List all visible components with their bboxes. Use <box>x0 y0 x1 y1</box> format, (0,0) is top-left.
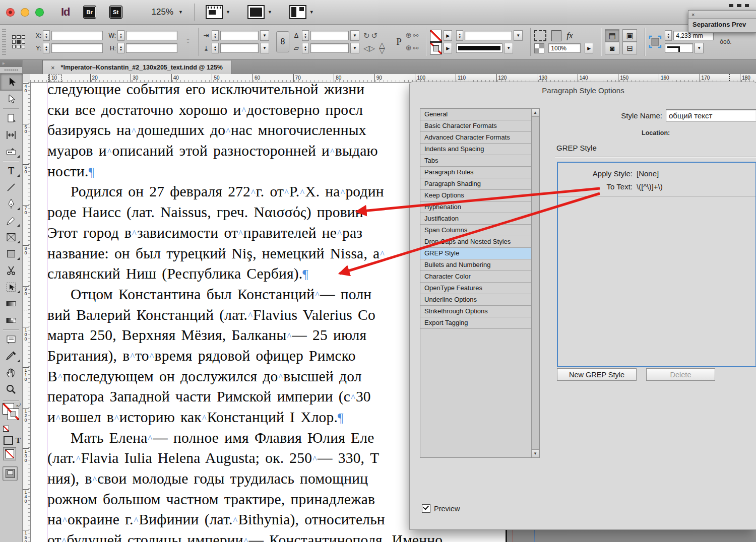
opacity-field[interactable]: 100% <box>548 43 581 53</box>
dialog-list-item-opentype-features[interactable]: OpenType Features <box>420 283 532 294</box>
window-zoom-button[interactable] <box>35 8 44 17</box>
formatting-affects-text-icon[interactable]: T <box>16 436 21 445</box>
gradient-swatch-tool[interactable] <box>0 295 22 312</box>
dialog-list-item-underline-options[interactable]: Underline Options <box>420 294 532 306</box>
dialog-list-item-general[interactable]: General <box>420 109 532 120</box>
dialog-list-item-export-tagging[interactable]: Export Tagging <box>420 317 532 329</box>
select-next-icon[interactable]: ⚯ <box>413 44 418 52</box>
rectangle-tool[interactable] <box>0 245 22 262</box>
baseline-grid-icon[interactable]: ὄοὄ. <box>720 38 731 45</box>
stroke-none-swatch[interactable] <box>430 42 442 54</box>
chevron-down-icon[interactable]: ▼ <box>260 30 269 41</box>
dialog-list-item-indents-and-spacing[interactable]: Indents and Spacing <box>420 144 532 155</box>
hand-tool[interactable] <box>0 364 22 381</box>
flip-vertical-icon[interactable]: ◁▷ <box>378 42 387 54</box>
scale-y-field[interactable] <box>220 43 259 53</box>
frame-tool[interactable] <box>0 229 22 245</box>
dialog-list-item-basic-character-formats[interactable]: Basic Character Formats <box>420 120 532 132</box>
rotate-cw-icon[interactable]: ↻ <box>363 31 370 40</box>
document-tab[interactable]: × *Imperator–Konstantin_#2_130x205_text.… <box>42 60 231 75</box>
shear-field[interactable] <box>310 43 349 53</box>
chevron-down-icon[interactable]: ▼ <box>514 30 523 41</box>
constrain-dimensions-icon[interactable]: ⸚ <box>183 32 193 52</box>
bridge-button[interactable]: Br <box>83 6 96 19</box>
new-grep-style-button[interactable]: New GREP Style <box>557 368 637 381</box>
panel-grip[interactable] <box>0 67 22 73</box>
flip-horizontal-icon[interactable]: ◁▷ <box>363 44 375 53</box>
preview-checkbox[interactable] <box>422 504 430 513</box>
pencil-tool[interactable] <box>0 212 22 229</box>
stroke-flyout-icon[interactable]: ▶ <box>444 43 452 53</box>
default-fill-stroke-icon[interactable] <box>3 426 9 432</box>
scale-x-field[interactable] <box>220 31 259 40</box>
reference-point-proxy[interactable] <box>12 35 25 48</box>
line-tool[interactable] <box>0 179 22 195</box>
frame-fitting-icon[interactable] <box>649 35 662 48</box>
type-tool[interactable]: T <box>0 162 22 179</box>
corner-style-field[interactable] <box>665 43 693 53</box>
scissors-tool[interactable] <box>0 262 22 279</box>
panel-grip[interactable] <box>2 29 6 55</box>
vertical-justify-icon[interactable]: ⊟ <box>622 42 637 54</box>
w-stepper[interactable]: ▲▼ <box>117 30 124 41</box>
scroll-down-icon[interactable]: ▼ <box>532 449 539 457</box>
opacity-checker-icon[interactable] <box>534 43 544 53</box>
scale-y-stepper[interactable]: ▲▼ <box>212 43 219 53</box>
baseline-stepper[interactable]: ▲▼ <box>665 30 672 41</box>
h-field[interactable] <box>126 43 177 53</box>
chevron-down-icon[interactable]: ▼ <box>350 43 359 53</box>
swap-fill-stroke-icon[interactable]: ⤾ <box>17 402 21 408</box>
page-tool[interactable] <box>0 110 22 126</box>
panel-collapse-icon[interactable]: » <box>0 59 22 67</box>
text-wrap-icon[interactable]: ◙ <box>605 42 619 54</box>
select-container-icon[interactable]: ♼ <box>406 32 412 39</box>
window-minimize-button[interactable] <box>21 8 29 17</box>
fill-none-swatch[interactable] <box>430 30 442 42</box>
eyedropper-tool[interactable] <box>0 348 22 364</box>
dialog-list-item-hyphenation[interactable]: Hyphenation <box>420 201 532 213</box>
dialog-list-item-tabs[interactable]: Tabs <box>420 155 532 167</box>
object-style-icon[interactable] <box>551 30 561 41</box>
dialog-list-item-advanced-character-formats[interactable]: Advanced Character Formats <box>420 132 532 144</box>
select-previous-icon[interactable]: ♼ <box>406 44 412 52</box>
y-stepper[interactable]: ▲▼ <box>43 43 50 53</box>
dialog-list-item-justification[interactable]: Justification <box>420 213 532 225</box>
chevron-down-icon[interactable]: ▼ <box>504 43 513 53</box>
zoom-tool[interactable] <box>0 381 22 397</box>
window-close-button[interactable] <box>6 8 15 17</box>
scroll-up-icon[interactable]: ▲ <box>532 109 539 117</box>
apply-style-value[interactable]: [None] <box>637 169 659 178</box>
style-name-input[interactable]: общий текст <box>666 109 756 121</box>
list-scrollbar[interactable]: ▲ ▼ <box>531 109 539 457</box>
x-stepper[interactable]: ▲▼ <box>43 30 50 41</box>
chevron-down-icon[interactable]: ▼ <box>695 43 704 53</box>
dialog-list-item-bullets-and-numbering[interactable]: Bullets and Numbering <box>420 259 532 271</box>
tab-close-icon[interactable]: × <box>51 64 55 72</box>
zoom-level-dropdown[interactable]: 125% ▼ <box>152 7 183 17</box>
corner-options-icon[interactable] <box>534 30 546 41</box>
stock-button[interactable]: St <box>109 6 122 19</box>
y-field[interactable] <box>51 43 103 53</box>
dialog-list-item-paragraph-shading[interactable]: Paragraph Shading <box>420 178 532 190</box>
dialog-list-item-character-color[interactable]: Character Color <box>420 271 532 283</box>
x-field[interactable] <box>51 31 103 40</box>
view-options-dropdown[interactable]: ▼ <box>206 5 230 19</box>
shear-stepper[interactable]: ▲▼ <box>302 43 309 53</box>
panel-close-icon[interactable]: × <box>691 12 695 18</box>
h-stepper[interactable]: ▲▼ <box>117 43 124 53</box>
free-transform-tool[interactable] <box>0 279 22 295</box>
text-columns-icon[interactable]: ▤ <box>605 29 619 42</box>
dialog-list-item-strikethrough-options[interactable]: Strikethrough Options <box>420 306 532 317</box>
formatting-affects-container-icon[interactable] <box>4 436 13 445</box>
chevron-down-icon[interactable]: ▼ <box>260 43 269 53</box>
dialog-list-item-paragraph-rules[interactable]: Paragraph Rules <box>420 167 532 178</box>
rotation-field[interactable] <box>310 31 349 40</box>
content-collector-tool[interactable] <box>0 143 22 160</box>
scale-x-stepper[interactable]: ▲▼ <box>212 30 219 41</box>
stroke-type-field[interactable] <box>456 43 502 53</box>
delete-button[interactable]: Delete <box>646 368 715 381</box>
stroke-swatch[interactable] <box>8 409 19 420</box>
direct-selection-tool[interactable] <box>0 91 22 107</box>
rotation-stepper[interactable]: ▲▼ <box>302 30 309 41</box>
opacity-flyout-icon[interactable]: ▶ <box>585 43 593 53</box>
